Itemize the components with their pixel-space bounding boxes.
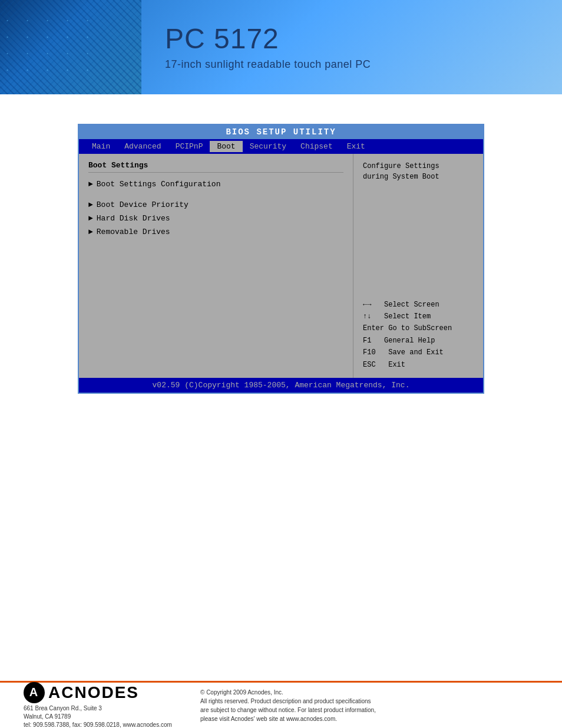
bios-entry-label-4: Removable Drives: [97, 228, 170, 236]
product-title: PC 5172: [165, 24, 538, 55]
key-select-screen: ←→ Select Screen: [363, 299, 474, 311]
arrow-icon-4: ►: [88, 228, 93, 236]
product-subtitle: 17-inch sunlight readable touch panel PC: [165, 58, 538, 71]
copyright-line1: © Copyright 2009 Acnodes, Inc.: [200, 688, 538, 697]
bios-menu-advanced[interactable]: Advanced: [117, 141, 168, 152]
page-footer: A ACNODES 661 Brea Canyon Rd., Suite 3 W…: [0, 681, 562, 728]
bios-menu-exit[interactable]: Exit: [340, 141, 372, 152]
key-f10: F10 Save and Exit: [363, 347, 474, 358]
bios-menu-pcipnp[interactable]: PCIPnP: [168, 141, 210, 152]
bios-section-title: Boot Settings: [88, 161, 343, 173]
bios-box: BIOS SETUP UTILITY Main Advanced PCIPnP …: [78, 124, 484, 394]
key-select-item: ↑↓ Select Item: [363, 311, 474, 322]
bios-container: BIOS SETUP UTILITY Main Advanced PCIPnP …: [35, 124, 527, 394]
copyright-line2: All rights reserved. Product description…: [200, 697, 538, 706]
bios-entry-label-1: Boot Settings Configuration: [97, 180, 221, 189]
footer-logo: A ACNODES: [24, 682, 177, 703]
bios-right-panel: Configure Settings during System Boot ←→…: [353, 154, 483, 378]
bios-entry-boot-settings-config[interactable]: ► Boot Settings Configuration: [88, 177, 343, 191]
key-esc: ESC Exit: [363, 359, 474, 371]
bios-entry-boot-device-priority[interactable]: ► Boot Device Priority: [88, 198, 343, 212]
arrow-icon-3: ►: [88, 214, 93, 223]
footer-address-line1: 661 Brea Canyon Rd., Suite 3: [24, 704, 177, 713]
bios-entry-removable-drives[interactable]: ► Removable Drives: [88, 225, 343, 239]
footer-logo-area: A ACNODES 661 Brea Canyon Rd., Suite 3 W…: [24, 682, 177, 729]
bios-footer: v02.59 (C)Copyright 1985-2005, American …: [79, 378, 483, 393]
footer-address-line3: tel: 909.598.7388, fax: 909.598.0218, ww…: [24, 721, 177, 729]
bios-menu-boot[interactable]: Boot: [210, 141, 242, 152]
bios-entry-label-3: Hard Disk Drives: [97, 214, 170, 223]
bios-menu-security[interactable]: Security: [243, 141, 293, 152]
bios-menu-chipset[interactable]: Chipset: [293, 141, 340, 152]
arrow-icon-1: ►: [88, 180, 93, 189]
header-image: [0, 0, 141, 94]
key-f1: F1 General Help: [363, 335, 474, 347]
key-enter: Enter Go to SubScreen: [363, 322, 474, 334]
bios-keys: ←→ Select Screen ↑↓ Select Item Enter Go…: [363, 299, 474, 371]
footer-copyright: © Copyright 2009 Acnodes, Inc. All right…: [177, 688, 538, 723]
bios-title: BIOS SETUP UTILITY: [79, 125, 483, 139]
footer-address-line2: Walnut, CA 91789: [24, 713, 177, 721]
main-content: BIOS SETUP UTILITY Main Advanced PCIPnP …: [0, 94, 562, 435]
page-header: PC 5172 17-inch sunlight readable touch …: [0, 0, 562, 94]
copyright-line3: are subject to change without notice. Fo…: [200, 706, 538, 714]
header-text: PC 5172 17-inch sunlight readable touch …: [141, 12, 562, 83]
acnodes-logo-icon: A: [24, 682, 45, 703]
bios-help-line2: during System Boot: [363, 173, 439, 181]
bios-menu-main[interactable]: Main: [85, 141, 117, 152]
acnodes-logo-text: ACNODES: [48, 683, 139, 702]
copyright-line4: please visit Acnodes' web site at www.ac…: [200, 714, 538, 723]
bios-entry-label-2: Boot Device Priority: [97, 200, 189, 209]
bios-help-text: Configure Settings during System Boot: [363, 161, 474, 182]
bios-menu-bar: Main Advanced PCIPnP Boot Security Chips…: [79, 139, 483, 154]
bios-help-line1: Configure Settings: [363, 162, 439, 170]
bios-body: Boot Settings ► Boot Settings Configurat…: [79, 154, 483, 378]
bios-left-panel: Boot Settings ► Boot Settings Configurat…: [79, 154, 353, 378]
bios-entry-hard-disk[interactable]: ► Hard Disk Drives: [88, 212, 343, 225]
footer-address: 661 Brea Canyon Rd., Suite 3 Walnut, CA …: [24, 704, 177, 729]
arrow-icon-2: ►: [88, 200, 93, 209]
